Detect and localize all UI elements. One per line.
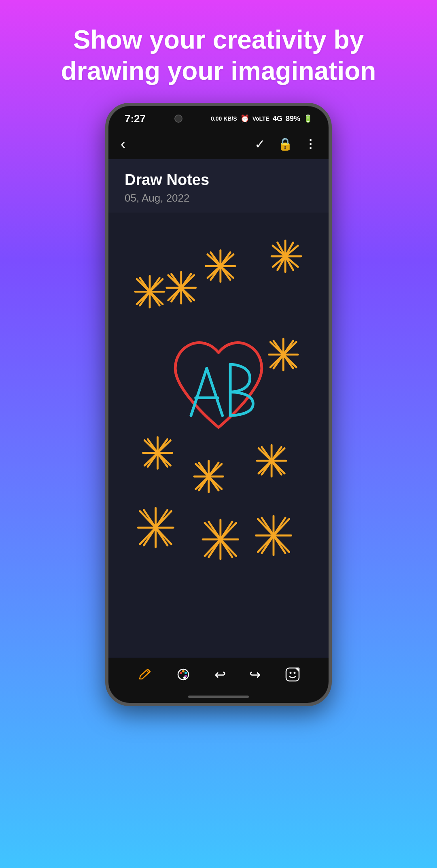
save-check-button[interactable]: ✓	[255, 136, 265, 152]
pencil-tool-button[interactable]	[136, 667, 152, 682]
camera-notch	[174, 115, 182, 123]
app-bar: ‹ ✓ 🔒 ⋮	[108, 129, 329, 159]
back-button[interactable]: ‹	[121, 136, 125, 153]
svg-point-79	[293, 672, 295, 674]
phone-frame: 7:27 0.00 KB/S ⏰ VoLTE 4G 89% 🔋 ‹ ✓ 🔒 ⋮	[105, 103, 332, 706]
letter-b	[230, 364, 253, 415]
note-header: Draw Notes 05, Aug, 2022	[108, 159, 329, 213]
sticker-button[interactable]	[284, 666, 301, 683]
lock-button[interactable]: 🔒	[278, 137, 293, 151]
drawing-svg	[108, 213, 329, 658]
letter-a	[191, 368, 223, 415]
svg-point-78	[289, 672, 291, 674]
page-header: Show your creativity by drawing your ima…	[0, 0, 437, 103]
app-bar-left: ‹	[121, 136, 125, 153]
signal-icon: 4G	[273, 115, 282, 123]
phone-wrapper: 7:27 0.00 KB/S ⏰ VoLTE 4G 89% 🔋 ‹ ✓ 🔒 ⋮	[0, 103, 437, 706]
svg-point-73	[182, 670, 185, 672]
battery-icon: 🔋	[303, 114, 312, 123]
app-bar-right: ✓ 🔒 ⋮	[255, 136, 316, 152]
palette-tool-button[interactable]	[176, 667, 191, 682]
note-title: Draw Notes	[125, 171, 312, 189]
status-time: 7:27	[125, 113, 146, 125]
note-date: 05, Aug, 2022	[125, 192, 312, 204]
status-bar: 7:27 0.00 KB/S ⏰ VoLTE 4G 89% 🔋	[108, 106, 329, 129]
redo-button[interactable]: ↪	[249, 666, 261, 683]
more-options-button[interactable]: ⋮	[305, 137, 316, 151]
svg-line-31	[207, 368, 223, 415]
home-bar	[188, 696, 249, 698]
svg-line-70	[146, 670, 149, 673]
status-icons: 0.00 KB/S ⏰ VoLTE 4G 89% 🔋	[211, 114, 312, 123]
svg-point-74	[185, 672, 187, 674]
alarm-icon: ⏰	[240, 114, 249, 123]
volte-icon: VoLTE	[252, 115, 269, 122]
battery-text: 89%	[286, 115, 300, 123]
svg-point-72	[180, 672, 182, 674]
network-speed: 0.00 KB/S	[211, 115, 237, 122]
bottom-toolbar: ↩ ↪	[108, 658, 329, 691]
drawing-canvas[interactable]	[108, 213, 329, 658]
svg-point-76	[183, 677, 186, 679]
undo-button[interactable]: ↩	[214, 666, 226, 683]
home-indicator	[108, 691, 329, 703]
